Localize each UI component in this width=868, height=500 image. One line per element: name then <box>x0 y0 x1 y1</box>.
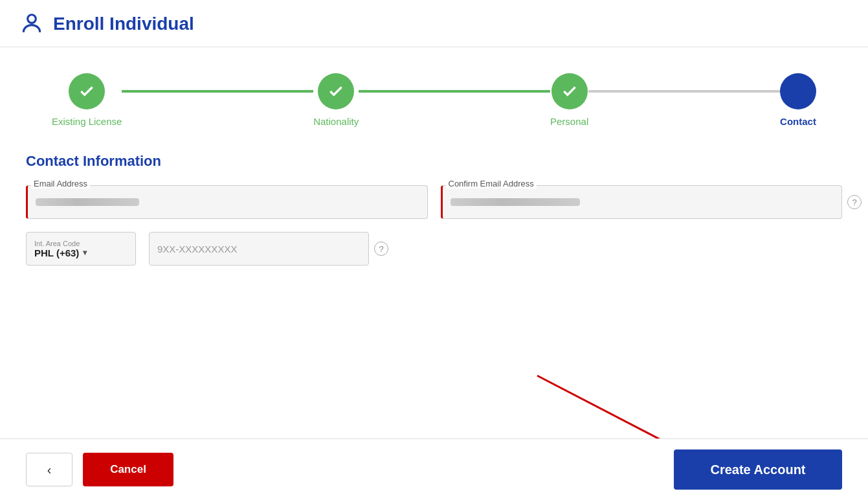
step-circle-2 <box>318 73 354 109</box>
back-icon: ‹ <box>47 462 52 477</box>
confirm-email-input[interactable] <box>441 185 843 219</box>
area-code-label: Int. Area Code <box>34 240 128 247</box>
email-label: Email Address <box>31 179 90 188</box>
create-account-button[interactable]: Create Account <box>674 449 842 490</box>
back-button[interactable]: ‹ <box>26 453 72 486</box>
confirm-email-label: Confirm Email Address <box>446 179 537 188</box>
chevron-down-icon: ▾ <box>83 248 87 257</box>
phone-row: Int. Area Code PHL (+63) ▾ 9XX-XXXXXXXXX… <box>26 232 842 266</box>
mobile-placeholder: 9XX-XXXXXXXXX <box>157 244 237 255</box>
connector-3-4 <box>588 90 780 93</box>
confirm-email-help-icon[interactable]: ? <box>847 195 862 209</box>
page-header: Enroll Individual <box>0 0 868 47</box>
email-row: Email Address Confirm Email Address ? <box>26 185 842 219</box>
stepper: Existing License Nationality Personal Co… <box>0 47 868 146</box>
step-nationality: Nationality <box>313 73 359 127</box>
cancel-button[interactable]: Cancel <box>83 453 173 486</box>
area-code-dropdown[interactable]: Int. Area Code PHL (+63) ▾ <box>26 232 136 266</box>
email-field-group: Email Address <box>26 185 428 219</box>
step-label-3: Personal <box>550 116 588 127</box>
step-label-2: Nationality <box>313 116 359 127</box>
step-contact: Contact <box>780 73 816 127</box>
email-blurred-value <box>36 198 139 206</box>
step-label-4: Contact <box>780 116 816 127</box>
content-area: Contact Information Email Address Confir… <box>0 146 868 298</box>
confirm-email-field-group: Confirm Email Address ? <box>441 185 843 219</box>
step-circle-4 <box>780 73 816 109</box>
footer: ‹ Cancel Create Account <box>0 438 868 500</box>
connector-2-3 <box>359 90 550 93</box>
mobile-help-icon[interactable]: ? <box>374 242 388 256</box>
page-title: Enroll Individual <box>53 14 194 34</box>
mobile-input[interactable]: 9XX-XXXXXXXXX <box>149 232 369 266</box>
mobile-field-group: 9XX-XXXXXXXXX ? <box>149 232 369 266</box>
step-personal: Personal <box>550 73 588 127</box>
svg-point-0 <box>28 15 36 23</box>
step-existing-license: Existing License <box>52 73 122 127</box>
person-icon <box>19 12 44 36</box>
section-title: Contact Information <box>26 153 842 170</box>
step-circle-1 <box>69 73 105 109</box>
step-label-1: Existing License <box>52 116 122 127</box>
connector-1-2 <box>122 90 313 93</box>
confirm-email-blurred-value <box>451 198 580 206</box>
email-input[interactable] <box>26 185 428 219</box>
area-code-value: PHL (+63) ▾ <box>34 247 128 258</box>
step-circle-3 <box>551 73 588 109</box>
